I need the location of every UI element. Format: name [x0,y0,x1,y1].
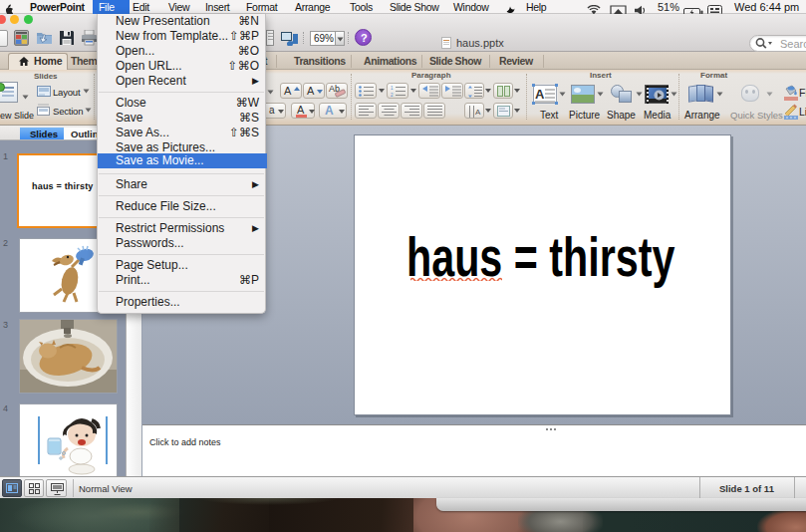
svg-text:A: A [475,108,481,117]
svg-text:1: 1 [391,86,394,91]
svg-text:2: 2 [391,93,394,97]
